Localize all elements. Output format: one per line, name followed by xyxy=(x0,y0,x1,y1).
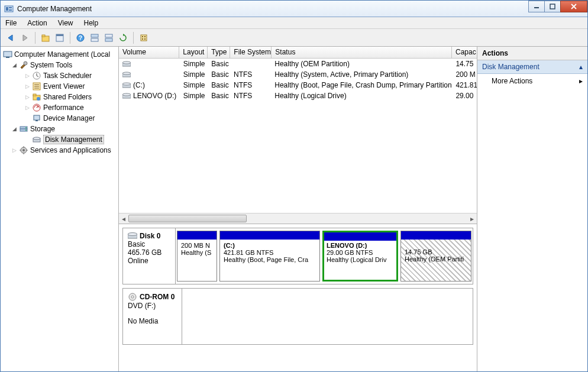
window-title: Computer Management xyxy=(17,5,92,13)
svg-point-41 xyxy=(33,137,40,140)
refresh-button[interactable] xyxy=(117,31,130,44)
tree-root[interactable]: Computer Management (Local xyxy=(1,49,118,60)
tree-event-viewer[interactable]: ▷ Event Viewer xyxy=(1,81,118,92)
content-pane: Volume Layout Type File System Status Ca… xyxy=(119,47,477,371)
expand-icon[interactable]: ▷ xyxy=(11,147,18,153)
svg-rect-19 xyxy=(142,38,143,40)
svg-point-49 xyxy=(122,83,131,85)
expand-icon[interactable]: ▷ xyxy=(24,83,31,89)
close-button[interactable] xyxy=(560,1,587,12)
tree-system-tools[interactable]: ◢ System Tools xyxy=(1,60,118,70)
disk-graphical-view: Disk 0 Basic 465.76 GB Online 200 MB N H… xyxy=(119,224,477,371)
titlebar: Computer Management xyxy=(1,1,587,17)
clock-icon xyxy=(32,71,41,80)
menu-action[interactable]: Action xyxy=(27,19,47,27)
tools-icon xyxy=(19,60,28,70)
expand-icon[interactable]: ▷ xyxy=(24,94,31,100)
tree-storage[interactable]: ◢ Storage xyxy=(1,124,118,134)
scroll-left-icon[interactable]: ◂ xyxy=(119,214,128,224)
cdrom-icon xyxy=(128,292,137,302)
volume-row[interactable]: Simple Basic Healthy (OEM Partition) 14.… xyxy=(119,59,477,69)
col-capacity[interactable]: Capac xyxy=(452,47,477,58)
svg-text:?: ? xyxy=(79,35,82,41)
drive-icon xyxy=(122,60,131,67)
help-button[interactable]: ? xyxy=(74,31,87,44)
partition-0[interactable]: 200 MB N Healthy (S xyxy=(177,231,217,282)
forward-button[interactable] xyxy=(18,31,31,44)
disk-0-block: Disk 0 Basic 465.76 GB Online 200 MB N H… xyxy=(122,228,473,284)
tree-task-scheduler[interactable]: ▷ Task Scheduler xyxy=(1,70,118,81)
app-icon xyxy=(4,4,14,14)
svg-rect-16 xyxy=(141,35,147,41)
menubar: File Action View Help xyxy=(1,17,587,29)
volume-row[interactable]: (C:) Simple Basic NTFS Healthy (Boot, Pa… xyxy=(119,80,477,90)
svg-point-47 xyxy=(122,72,131,75)
maximize-button[interactable] xyxy=(544,1,561,12)
actions-title: Actions xyxy=(477,47,587,60)
tree-performance[interactable]: ▷ Performance xyxy=(1,102,118,113)
col-status[interactable]: Status xyxy=(272,47,452,58)
shared-folder-icon xyxy=(32,92,41,102)
expand-icon[interactable]: ▷ xyxy=(24,73,31,79)
svg-point-39 xyxy=(25,130,27,131)
col-layout[interactable]: Layout xyxy=(179,47,208,58)
navigation-tree: Computer Management (Local ◢ System Tool… xyxy=(1,47,119,371)
scroll-right-icon[interactable]: ▸ xyxy=(467,214,477,224)
properties-button[interactable] xyxy=(53,31,66,44)
svg-rect-15 xyxy=(105,38,112,41)
svg-rect-30 xyxy=(33,94,36,96)
svg-rect-7 xyxy=(42,35,45,37)
collapse-icon[interactable]: ◢ xyxy=(11,62,18,68)
svg-point-43 xyxy=(22,149,25,151)
minimize-button[interactable] xyxy=(528,1,545,12)
svg-rect-21 xyxy=(4,51,12,57)
up-button[interactable] xyxy=(39,31,52,44)
col-filesystem[interactable]: File System xyxy=(230,47,272,58)
tree-services-apps[interactable]: ▷ Services and Applications xyxy=(1,145,118,156)
menu-view[interactable]: View xyxy=(58,19,73,27)
submenu-icon: ▸ xyxy=(579,77,583,85)
partition-c[interactable]: (C:) 421.81 GB NTFS Healthy (Boot, Page … xyxy=(219,231,320,282)
svg-rect-18 xyxy=(144,36,146,37)
svg-point-55 xyxy=(131,296,134,298)
actions-more-actions[interactable]: More Actions ▸ xyxy=(477,74,587,88)
menu-help[interactable]: Help xyxy=(84,19,99,27)
toolbar: ? xyxy=(1,29,587,47)
drive-icon xyxy=(122,71,131,78)
col-volume[interactable]: Volume xyxy=(119,47,179,58)
svg-point-23 xyxy=(24,62,27,65)
expand-icon[interactable]: ▷ xyxy=(24,105,31,111)
tree-disk-management[interactable]: Disk Management xyxy=(1,134,118,145)
partition-d-selected[interactable]: LENOVO (D:) 29.00 GB NTFS Healthy (Logic… xyxy=(322,231,398,282)
actions-section-disk-management[interactable]: Disk Management ▴ xyxy=(477,60,587,74)
svg-point-45 xyxy=(122,62,131,64)
cdrom-info[interactable]: CD-ROM 0 DVD (F:) No Media xyxy=(123,289,182,344)
back-button[interactable] xyxy=(4,31,17,44)
scroll-thumb[interactable] xyxy=(128,215,247,222)
settings-button[interactable] xyxy=(137,31,150,44)
computer-icon xyxy=(3,50,12,59)
drive-icon xyxy=(122,82,131,89)
svg-rect-13 xyxy=(91,38,98,41)
tree-device-manager[interactable]: Device Manager xyxy=(1,113,118,124)
disk-mgmt-icon xyxy=(32,135,41,144)
tree-shared-folders[interactable]: ▷ Shared Folders xyxy=(1,92,118,102)
svg-rect-12 xyxy=(91,34,98,37)
actions-pane: Actions Disk Management ▴ More Actions ▸ xyxy=(477,47,587,371)
svg-rect-14 xyxy=(105,34,112,37)
device-icon xyxy=(32,114,41,123)
svg-rect-2 xyxy=(9,7,12,8)
volume-row[interactable]: Simple Basic NTFS Healthy (System, Activ… xyxy=(119,69,477,80)
view-bottom-button[interactable] xyxy=(102,31,115,44)
view-top-button[interactable] xyxy=(88,31,101,44)
volume-row[interactable]: LENOVO (D:) Simple Basic NTFS Healthy (L… xyxy=(119,90,477,101)
partition-oem[interactable]: 14.75 GB Healthy (OEM Partiti xyxy=(400,231,471,282)
menu-file[interactable]: File xyxy=(5,19,17,27)
horizontal-scrollbar[interactable]: ◂ ▸ xyxy=(119,213,477,224)
col-type[interactable]: Type xyxy=(208,47,230,58)
disk-0-info[interactable]: Disk 0 Basic 465.76 GB Online xyxy=(123,228,176,284)
svg-rect-1 xyxy=(6,7,8,11)
svg-rect-5 xyxy=(550,4,555,9)
collapse-icon[interactable]: ◢ xyxy=(11,126,18,132)
drive-icon xyxy=(122,92,131,99)
